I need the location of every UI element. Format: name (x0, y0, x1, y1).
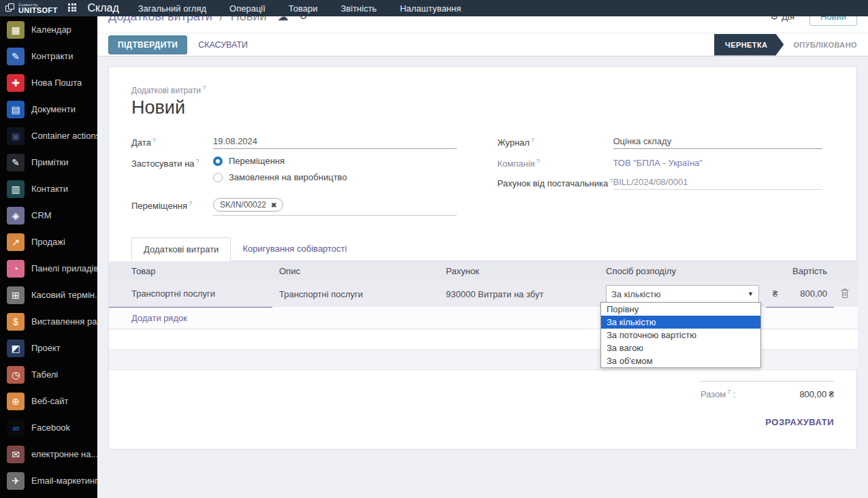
menu-products[interactable]: Товари (289, 3, 318, 14)
project-icon: ◩ (7, 339, 25, 357)
col-description: Опис (272, 261, 439, 281)
state-draft-badge[interactable]: ЧЕРНЕТКА (714, 34, 784, 56)
add-line-link[interactable]: Додати рядок (131, 313, 187, 323)
state-published-badge[interactable]: ОПУБЛІКОВАНО (793, 41, 857, 49)
sidebar-item-events[interactable]: ★Події (0, 494, 97, 498)
elearning-icon: ✉ (7, 446, 25, 463)
notes-icon: ✎ (7, 154, 25, 171)
website-icon: ⊕ (7, 393, 25, 410)
top-navbar: Custom by UNITSOFT Склад Загальний огляд… (0, 0, 868, 16)
radio-transfers[interactable]: Переміщення (213, 156, 457, 166)
menu-settings[interactable]: Налаштування (400, 3, 461, 14)
dropdown-option-by-quantity[interactable]: За кількістю (601, 316, 760, 329)
radio-manufacturing-order[interactable]: Замовлення на виробництво (213, 172, 457, 182)
menu-reporting[interactable]: Звітність (341, 3, 377, 14)
help-icon: ? (609, 178, 613, 184)
status-bar: ПІДТВЕРДИТИ СКАСУВАТИ ЧЕРНЕТКА ОПУБЛІКОВ… (97, 33, 868, 56)
field-vendor-bill: Рахунок від постачальника? (498, 176, 823, 190)
cell-delete (834, 281, 858, 307)
timesheets-icon: ◷ (7, 366, 25, 384)
sidebar-item-contacts[interactable]: ▥Контакти (0, 176, 97, 202)
help-icon: ? (189, 200, 192, 207)
dropdown-option-by-weight[interactable]: За вагою (601, 342, 760, 354)
company-link[interactable]: ТОВ "БПЛА - Україна" (613, 156, 703, 168)
dropdown-option-equal[interactable]: Порівну (601, 303, 760, 316)
vendor-bill-input[interactable] (613, 176, 823, 190)
tab-additional-costs[interactable]: Додаткові витрати (131, 237, 231, 261)
cell-account[interactable]: 930000 Витрати на збут (439, 281, 599, 307)
sidebar-item-crm[interactable]: ◈CRM (0, 202, 97, 229)
sidebar-item-pos[interactable]: ⊞Касовий термін... (0, 282, 97, 308)
container-actions-icon: ▣ (7, 127, 25, 145)
calendar-icon: ▦ (7, 21, 25, 39)
brand-logo[interactable]: Custom by UNITSOFT (0, 3, 64, 14)
contacts-icon: ▥ (7, 180, 25, 198)
split-method-dropdown: Порівну За кількістю За поточною вартіст… (600, 302, 761, 368)
field-apply-on: Застосувати на? Переміщення Замовлення н… (131, 156, 457, 188)
form-sheet: Додаткові витрати? Новий Дата? Застосува… (108, 66, 857, 450)
journal-input[interactable] (613, 135, 823, 149)
sidebar-item-project[interactable]: ◩Проект (0, 335, 97, 361)
facebook-icon: ∞ (7, 419, 25, 437)
field-date: Дата? (131, 135, 457, 149)
cell-product[interactable]: Транспортні послуги (109, 281, 272, 307)
sidebar-item-sales[interactable]: ↗Продажі (0, 229, 97, 255)
sidebar-item-elearning[interactable]: ✉електронне на... (0, 441, 97, 467)
email-marketing-icon: ✈ (7, 472, 25, 490)
tag-remove-icon[interactable]: ✖ (271, 201, 276, 209)
split-method-select[interactable]: За кількістю ▼ (606, 285, 759, 303)
sidebar-item-email-marketing[interactable]: ✈Email-маркетинг (0, 467, 97, 494)
cancel-button[interactable]: СКАСУВАТИ (198, 40, 248, 50)
table-header-row: Товар Опис Рахунок Спосіб розподілу Варт… (109, 261, 858, 281)
apps-grid-icon[interactable] (68, 3, 78, 13)
sidebar-item-invoicing[interactable]: $Виставлення ра... (0, 308, 97, 335)
unitsoft-logo-icon (5, 3, 15, 13)
confirm-button[interactable]: ПІДТВЕРДИТИ (108, 35, 187, 54)
chevron-down-icon: ▼ (748, 290, 754, 297)
sidebar-item-contracts[interactable]: ✎Контракти (0, 43, 97, 69)
field-transfers-label: Переміщення? (131, 198, 213, 216)
sidebar-item-website[interactable]: ⊕Веб-сайт (0, 388, 97, 414)
field-company: Компанія? ТОВ "БПЛА - Україна" (498, 156, 823, 169)
notebook-tabs: Додаткові витрати Коригування собівартос… (131, 237, 856, 261)
date-input[interactable] (213, 135, 457, 149)
totals-label: Разом? : (701, 388, 736, 399)
app-title[interactable]: Склад (87, 2, 118, 14)
sidebar-item-timesheets[interactable]: ◷Табелі (0, 361, 97, 388)
sidebar-item-nova-poshta[interactable]: ✚Нова Пошта (0, 69, 97, 96)
menu-overview[interactable]: Загальний огляд (138, 3, 206, 14)
dropdown-option-by-current-cost[interactable]: За поточною вартістю (601, 329, 760, 342)
invoicing-icon: $ (7, 313, 25, 331)
sidebar-item-facebook[interactable]: ∞Facebook (0, 414, 97, 441)
field-journal: Журнал? (498, 135, 823, 149)
sidebar-item-calendar[interactable]: ▦Календар (0, 16, 97, 43)
cell-description[interactable]: Транспортні послуги (272, 281, 439, 307)
brand-name: UNITSOFT (18, 7, 57, 14)
field-vendor-bill-label: Рахунок від постачальника? (498, 176, 613, 190)
tab-valuation-adjustments[interactable]: Коригування собівартості (231, 237, 358, 261)
sidebar-item-dashboards[interactable]: ◔Панелі приладів (0, 255, 97, 282)
radio-transfers-icon[interactable] (213, 156, 223, 166)
currency-symbol: ₴ (773, 288, 777, 299)
content-area: Додаткові витрати? Новий Дата? Застосува… (97, 56, 868, 482)
pos-icon: ⊞ (7, 286, 25, 304)
transfer-tag[interactable]: SK/IN/00022 ✖ (213, 198, 283, 212)
cell-cost[interactable]: ₴ 800,00 (766, 281, 834, 307)
help-icon: ? (531, 137, 534, 144)
col-product: Товар (109, 261, 272, 281)
sidebar-item-documents[interactable]: ▤Документи (0, 96, 97, 122)
col-actions (834, 261, 858, 281)
sales-icon: ↗ (7, 233, 25, 251)
documents-icon: ▤ (7, 101, 25, 118)
sidebar-item-container-actions[interactable]: ▣Container actions (0, 122, 97, 149)
dropdown-option-by-volume[interactable]: За об'ємом (601, 354, 760, 367)
radio-manufacturing-order-icon[interactable] (213, 173, 223, 182)
trash-icon[interactable] (841, 288, 849, 298)
col-split-method: Спосіб розподілу (599, 261, 766, 281)
compute-button[interactable]: РОЗРАХУВАТИ (765, 417, 834, 427)
help-icon: ? (202, 84, 206, 91)
cost-value[interactable]: 800,00 (800, 288, 827, 299)
menu-operations[interactable]: Операції (229, 3, 266, 14)
sidebar-item-notes[interactable]: ✎Примітки (0, 149, 97, 176)
contracts-icon: ✎ (7, 48, 25, 65)
